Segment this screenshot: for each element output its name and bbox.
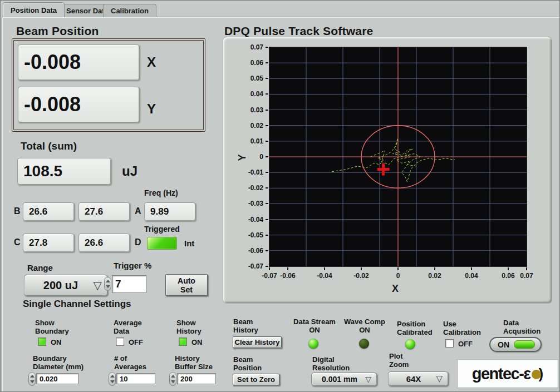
num-averages-label: # of Averages [114, 354, 146, 371]
y-tick-label: 0.06 [239, 59, 263, 67]
num-averages-input[interactable]: 10 [116, 373, 155, 384]
y-tick-mark [266, 235, 268, 236]
y-tick-mark [266, 187, 268, 188]
wave-comp-label: Wave Comp ON [342, 317, 387, 334]
spinner-up-icon[interactable] [110, 375, 115, 378]
x-tick-label: -0.02 [349, 272, 374, 280]
tab-calibration-label: Calibration [111, 7, 149, 15]
x-tick-label: 0.07 [514, 272, 539, 280]
spinner-down-icon[interactable] [30, 380, 35, 383]
beam-y-display: -0.008 [18, 87, 139, 122]
beam-history-label: Beam History [233, 317, 258, 334]
clear-history-button[interactable]: Clear History [233, 336, 282, 348]
data-acquisition-label: Data Acqusition [503, 319, 541, 335]
plot-zoom-dropdown[interactable]: 64X ▽ [388, 371, 448, 386]
use-calibration-label: Use Calibration [443, 320, 481, 336]
total-sum-label: Total (sum) [21, 140, 77, 152]
y-tick-label: 0.05 [239, 75, 263, 82]
y-tick-mark [266, 110, 268, 111]
x-tick-mark [324, 267, 325, 270]
quadrant-c-display: 27.8 [23, 234, 74, 252]
x-tick-label: 0.04 [459, 272, 484, 280]
beam-y-label: Y [147, 101, 156, 117]
boundary-diameter-input[interactable]: 0.020 [36, 373, 78, 384]
trigger-pct-input[interactable]: 7 [112, 275, 146, 293]
tab-position-data[interactable]: Position Data [3, 2, 65, 17]
total-unit-label: uJ [122, 163, 137, 179]
spinner-up-icon[interactable] [171, 375, 175, 378]
x-tick-mark [361, 267, 362, 270]
freq-label: Freq (Hz) [144, 188, 178, 197]
digital-resolution-value: 0.001 mm [322, 375, 357, 384]
toggle-slider [514, 340, 535, 349]
data-stream-label: Data Stream ON [292, 317, 337, 334]
x-tick-label: 0 [386, 272, 410, 280]
show-history-state: ON [191, 338, 203, 346]
y-tick-mark [266, 172, 268, 173]
y-tick-label: -0.06 [239, 247, 263, 255]
x-tick-mark [471, 267, 472, 270]
show-history-label: Show History [176, 319, 202, 335]
y-axis-title: Y [237, 154, 248, 161]
y-tick-mark [266, 203, 268, 204]
total-sum-display: 108.5 [17, 158, 111, 185]
tab-calibration[interactable]: Calibration [103, 4, 156, 17]
history-buffer-spinner[interactable] [169, 372, 176, 386]
history-buffer-input[interactable]: 200 [177, 373, 216, 384]
y-tick-mark [266, 219, 268, 220]
beam-x-label: X [147, 54, 156, 70]
x-axis-title: X [392, 283, 399, 295]
chevron-down-icon: ▽ [94, 279, 102, 292]
position-calibrated-label: Position Calibrated [397, 320, 433, 336]
y-tick-label: 0.03 [239, 106, 263, 114]
y-tick-mark [266, 266, 268, 267]
triggered-mode-label: Int [184, 239, 194, 248]
y-tick-mark [266, 93, 268, 95]
history-buffer-label: History Buffer Size [175, 354, 213, 371]
beam-position-ctrl-label: Beam Position [233, 355, 262, 372]
data-stream-led [308, 339, 318, 349]
num-averages-spinner[interactable] [109, 372, 116, 386]
average-data-state: OFF [129, 338, 143, 346]
chevron-down-icon: ▽ [436, 374, 443, 384]
range-value: 200 uJ [43, 279, 78, 292]
quadrant-d-display: 26.6 [78, 234, 130, 252]
show-boundary-state: ON [51, 338, 62, 346]
spinner-up-icon[interactable] [30, 375, 35, 378]
boundary-diameter-spinner[interactable] [28, 372, 36, 386]
wave-comp-led [359, 339, 369, 349]
digital-resolution-dropdown[interactable]: 0.001 mm ▽ [311, 373, 377, 386]
data-acquisition-toggle[interactable]: ON [489, 337, 542, 352]
y-tick-mark [266, 78, 268, 79]
dpq-pulse-track-window: Position Data Sensor Data Calibration Be… [0, 0, 560, 392]
show-history-checkbox[interactable] [179, 338, 187, 346]
spinner-down-icon[interactable] [106, 285, 110, 288]
average-data-checkbox[interactable] [116, 338, 124, 346]
y-tick-mark [266, 250, 268, 251]
x-tick-mark [508, 267, 509, 270]
boundary-diameter-label: Boundary Diameter (mm) [33, 354, 83, 371]
show-boundary-checkbox[interactable] [38, 338, 46, 346]
range-dropdown[interactable]: 200 uJ ▽ [24, 275, 107, 296]
position-calibrated-led [405, 339, 415, 349]
tab-sensor-data-label: Sensor Data [66, 7, 109, 15]
y-tick-mark [266, 47, 268, 48]
x-tick-mark [269, 267, 270, 270]
x-tick-mark [287, 267, 288, 270]
y-tick-label: 0.07 [239, 43, 263, 51]
spinner-down-icon[interactable] [171, 380, 175, 383]
single-channel-heading: Single Channel Settings [23, 299, 131, 310]
use-calibration-state: OFF [458, 340, 473, 348]
data-acquisition-state: ON [498, 340, 509, 349]
quadrant-a-display: 27.6 [78, 202, 130, 221]
y-tick-label: 0.01 [239, 137, 263, 145]
auto-set-button[interactable]: Auto Set [165, 274, 208, 296]
y-tick-label: -0.02 [239, 184, 263, 192]
y-tick-label: -0.04 [239, 216, 263, 224]
trigger-pct-spinner[interactable] [104, 277, 111, 291]
spinner-up-icon[interactable] [106, 280, 110, 282]
spinner-down-icon[interactable] [110, 380, 115, 383]
average-data-label: Average Data [114, 319, 142, 335]
set-to-zero-button[interactable]: Set to Zero [233, 374, 279, 385]
use-calibration-checkbox[interactable] [445, 339, 454, 348]
